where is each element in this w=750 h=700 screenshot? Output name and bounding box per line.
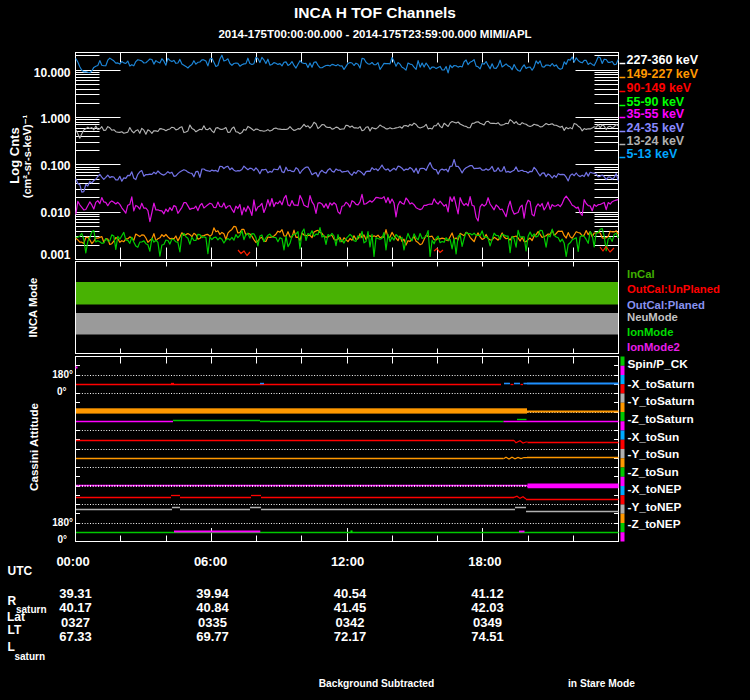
svg-text:06:00: 06:00 — [194, 554, 227, 569]
svg-text:67.33: 67.33 — [59, 629, 92, 644]
svg-text:55-90 keV: 55-90 keV — [627, 95, 685, 109]
svg-text:-Y_toNEP: -Y_toNEP — [628, 500, 682, 514]
svg-text:39.31: 39.31 — [59, 586, 92, 601]
svg-text:Log Cnts: Log Cnts — [7, 127, 22, 183]
svg-text:39.94: 39.94 — [196, 586, 229, 601]
svg-text:-X_toNEP: -X_toNEP — [628, 482, 682, 496]
svg-text:0°: 0° — [57, 386, 67, 397]
svg-text:IonMode2: IonMode2 — [627, 341, 680, 353]
svg-text:41.45: 41.45 — [334, 600, 367, 615]
svg-text:180°: 180° — [52, 369, 73, 380]
svg-text:LT: LT — [8, 623, 22, 637]
svg-text:40.17: 40.17 — [59, 600, 92, 615]
svg-text:InCal: InCal — [627, 268, 655, 280]
svg-text:24-35 keV: 24-35 keV — [627, 121, 685, 135]
svg-text:-Y_toSun: -Y_toSun — [628, 447, 680, 461]
svg-text:41.12: 41.12 — [471, 586, 504, 601]
svg-text:35-55 keV: 35-55 keV — [627, 107, 685, 121]
svg-text:-Z_toNEP: -Z_toNEP — [628, 517, 681, 531]
svg-text:74.51: 74.51 — [471, 629, 504, 644]
svg-text:2014-175T00:00:00.000 - 2014-1: 2014-175T00:00:00.000 - 2014-175T23:59:0… — [218, 28, 531, 40]
svg-text:40.84: 40.84 — [196, 600, 229, 615]
svg-text:OutCal:Planed: OutCal:Planed — [627, 299, 705, 311]
svg-text:90-149 keV: 90-149 keV — [627, 81, 692, 95]
svg-text:IonMode: IonMode — [627, 326, 673, 338]
svg-text:227-360 keV: 227-360 keV — [627, 53, 699, 67]
svg-text:INCA Mode: INCA Mode — [27, 278, 39, 338]
svg-text:OutCal:UnPlaned: OutCal:UnPlaned — [627, 283, 720, 295]
svg-text:Lat: Lat — [7, 610, 25, 624]
svg-text:40.54: 40.54 — [334, 586, 367, 601]
svg-text:INCA H TOF Channels: INCA H TOF Channels — [294, 4, 456, 21]
svg-text:72.17: 72.17 — [334, 629, 367, 644]
svg-text:(cm²-sr-s-keV)⁻¹: (cm²-sr-s-keV)⁻¹ — [21, 114, 33, 198]
svg-text:0°: 0° — [57, 534, 67, 545]
svg-text:0335: 0335 — [198, 615, 227, 630]
svg-text:0349: 0349 — [473, 615, 502, 630]
svg-text:180°: 180° — [52, 517, 73, 528]
svg-text:1.000: 1.000 — [40, 112, 70, 126]
svg-text:saturn: saturn — [15, 651, 46, 662]
svg-text:0.001: 0.001 — [40, 248, 70, 262]
svg-text:69.77: 69.77 — [196, 629, 229, 644]
svg-text:10.000: 10.000 — [34, 66, 71, 80]
svg-text:149-227 keV: 149-227 keV — [627, 67, 699, 81]
svg-text:-X_toSaturn: -X_toSaturn — [628, 377, 695, 391]
svg-text:0342: 0342 — [336, 615, 365, 630]
svg-text:42.03: 42.03 — [471, 600, 504, 615]
svg-text:-X_toSun: -X_toSun — [628, 430, 680, 444]
svg-text:-Y_toSaturn: -Y_toSaturn — [628, 394, 695, 408]
svg-text:Background Subtracted: Background Subtracted — [319, 678, 434, 689]
svg-text:UTC: UTC — [8, 564, 33, 578]
svg-text:in Stare Mode: in Stare Mode — [568, 678, 635, 689]
svg-text:12:00: 12:00 — [331, 554, 364, 569]
svg-text:-Z_toSaturn: -Z_toSaturn — [628, 412, 694, 426]
svg-text:Spin/P_CK: Spin/P_CK — [628, 357, 689, 371]
svg-text:0.100: 0.100 — [40, 159, 70, 173]
svg-text:18:00: 18:00 — [468, 554, 501, 569]
svg-text:-Z_toSun: -Z_toSun — [628, 465, 679, 479]
svg-text:0327: 0327 — [61, 615, 90, 630]
svg-text:NeuMode: NeuMode — [627, 311, 678, 323]
svg-text:00:00: 00:00 — [56, 554, 89, 569]
svg-text:5-13 keV: 5-13 keV — [627, 147, 678, 161]
svg-text:0.010: 0.010 — [40, 206, 70, 220]
svg-text:Cassini Attitude: Cassini Attitude — [27, 403, 40, 491]
